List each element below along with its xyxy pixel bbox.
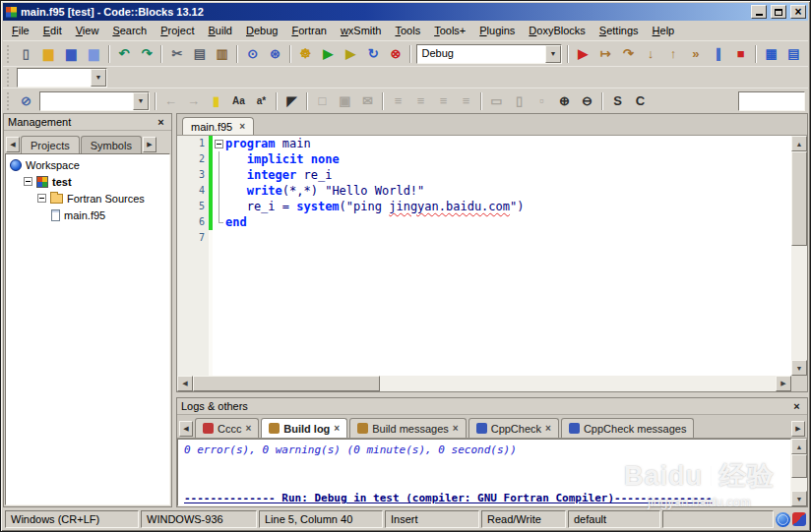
scroll-track[interactable] [193, 376, 776, 391]
run-icon[interactable]: ▶ [318, 43, 339, 64]
align-left-icon[interactable]: ≡ [388, 90, 408, 111]
wx-panel-icon[interactable]: ▣ [335, 90, 355, 111]
tab-projects[interactable]: Projects [21, 136, 80, 153]
wxsmith-quick-input[interactable] [738, 91, 805, 111]
editor-line[interactable]: 3 integer re_i [177, 167, 791, 183]
logs-caption[interactable]: Logs & others [177, 398, 807, 415]
editor-tab-main-f95[interactable]: main.f95 × [182, 117, 254, 135]
pointer-tool-icon[interactable]: ◤ [281, 90, 302, 111]
scroll-down-icon[interactable]: ▼ [791, 491, 807, 506]
align-top-icon[interactable]: ≡ [456, 90, 476, 111]
code-editor[interactable]: 1program main2 implicit none3 integer re… [177, 136, 791, 376]
step-into-icon[interactable]: ↓ [641, 43, 661, 64]
dropdown-arrow-icon[interactable]: ▼ [545, 45, 561, 63]
next-line-icon[interactable]: ↷ [618, 43, 639, 64]
log-tabs-scroll-right-icon[interactable] [791, 421, 805, 437]
tabs-scroll-right-icon[interactable] [143, 137, 156, 152]
tree-item-test[interactable]: test [6, 173, 169, 190]
menu-search[interactable]: Search [105, 22, 154, 40]
incremental-search-clear-icon[interactable]: ⊘ [16, 90, 36, 111]
collapse-icon[interactable] [37, 194, 46, 203]
run-to-cursor-icon[interactable]: ↦ [595, 43, 616, 64]
editor-horizontal-scrollbar[interactable]: ◀ ▶ [177, 376, 791, 391]
collapse-icon[interactable] [24, 177, 32, 186]
menu-edit[interactable]: Edit [36, 22, 69, 40]
zoom-out-icon[interactable]: ⊖ [577, 90, 597, 111]
match-case-icon[interactable]: Aa [228, 90, 249, 111]
rebuild-icon[interactable]: ↻ [363, 43, 384, 64]
copy-icon[interactable]: ▤ [189, 43, 210, 64]
find-icon[interactable]: ⊙ [242, 43, 263, 64]
save-all-icon[interactable]: ▆ [84, 43, 104, 64]
step-out-icon[interactable]: ↑ [662, 43, 683, 64]
debug-info-icon[interactable]: ▤ [783, 43, 804, 64]
stop-debugger-icon[interactable]: ■ [730, 43, 751, 64]
compiler-combo[interactable]: ▼ [17, 68, 107, 88]
scroll-thumb[interactable] [791, 454, 807, 478]
class-button-icon[interactable]: C [630, 90, 651, 111]
menu-tools[interactable]: Tools [388, 22, 427, 40]
new-file-icon[interactable]: ▯ [16, 43, 36, 64]
menu-plugins[interactable]: Plugins [472, 22, 522, 40]
log-tab-build-messages[interactable]: Build messages× [349, 418, 467, 438]
break-debugger-icon[interactable]: ∥ [708, 43, 728, 64]
wx-sizer-horizontal-icon[interactable]: ▭ [486, 90, 507, 111]
tree-item-workspace[interactable]: Workspace [6, 156, 169, 173]
scroll-down-icon[interactable]: ▼ [791, 360, 807, 376]
menu-build[interactable]: Build [202, 22, 239, 40]
editor-line[interactable]: 4 write(*,*) "Hello World!" [177, 183, 791, 199]
scroll-track[interactable] [791, 151, 807, 360]
scroll-thumb[interactable] [791, 151, 807, 246]
log-tab-cppcheck-messages[interactable]: CppCheck messages [561, 418, 695, 438]
tabs-scroll-left-icon[interactable] [6, 137, 20, 152]
management-caption[interactable]: Management [4, 114, 171, 131]
fold-margin[interactable] [213, 136, 225, 151]
close-management-icon[interactable] [155, 116, 167, 129]
editor-line[interactable]: 6end [177, 214, 791, 230]
wx-sizer-vertical-icon[interactable]: ▯ [509, 90, 530, 111]
next-instruction-icon[interactable]: » [685, 43, 706, 64]
save-icon[interactable]: ▆ [61, 43, 82, 64]
fold-collapse-icon[interactable] [215, 140, 223, 148]
editor-vertical-scrollbar[interactable]: ▲ ▼ [791, 136, 807, 376]
tab-symbols[interactable]: Symbols [81, 136, 142, 153]
scroll-right-icon[interactable]: ▶ [776, 376, 791, 391]
wx-spacer-icon[interactable]: ▫ [531, 90, 552, 111]
build-target-combo[interactable]: Debug▼ [416, 44, 561, 64]
cut-icon[interactable]: ✂ [166, 43, 187, 64]
abort-icon[interactable]: ⊗ [386, 43, 406, 64]
menu-help[interactable]: Help [646, 22, 682, 40]
debug-continue-icon[interactable]: ▶ [573, 43, 593, 64]
dropdown-arrow-icon[interactable]: ▼ [133, 92, 149, 110]
scroll-up-icon[interactable]: ▲ [791, 439, 807, 454]
minimize-button[interactable] [751, 5, 767, 19]
highlight-occurrences-icon[interactable]: ▮ [206, 90, 226, 111]
tree-item-fortran-sources[interactable]: Fortran Sources [6, 190, 169, 207]
paste-icon[interactable]: ▥ [212, 43, 232, 64]
build-icon[interactable]: ☸ [295, 43, 316, 64]
close-tab-icon[interactable]: × [545, 424, 551, 434]
menu-doxyblocks[interactable]: DoxyBlocks [522, 22, 592, 40]
editor-line[interactable]: 2 implicit none [177, 151, 791, 167]
close-button[interactable] [790, 5, 806, 19]
close-tab-icon[interactable]: × [334, 424, 340, 434]
title-bar[interactable]: main.f95 [test] - Code::Blocks 13.12 [3, 3, 808, 21]
menu-view[interactable]: View [69, 22, 106, 40]
dropdown-arrow-icon[interactable]: ▼ [91, 69, 106, 87]
incremental-search-combo[interactable]: ▼ [39, 91, 150, 111]
close-tab-icon[interactable]: × [239, 122, 245, 132]
align-center-icon[interactable]: ≡ [410, 90, 431, 111]
zoom-in-icon[interactable]: ⊕ [554, 90, 575, 111]
debugging-windows-icon[interactable]: ▦ [761, 43, 781, 64]
redo-icon[interactable]: ↷ [137, 43, 157, 64]
build-and-run-icon[interactable]: ▶ [341, 43, 361, 64]
close-tab-icon[interactable]: × [453, 424, 459, 434]
menu-debug[interactable]: Debug [239, 22, 284, 40]
tree-item-main-f95[interactable]: main.f95 [6, 207, 169, 223]
find-in-files-icon[interactable]: ⊛ [265, 43, 285, 64]
editor-line[interactable]: 1program main [177, 136, 791, 151]
scroll-up-icon[interactable]: ▲ [791, 136, 807, 151]
log-tabs-scroll-left-icon[interactable] [179, 421, 193, 437]
log-tab-cppcheck[interactable]: CppCheck× [468, 418, 559, 438]
menu-tools[interactable]: Tools+ [427, 22, 472, 40]
